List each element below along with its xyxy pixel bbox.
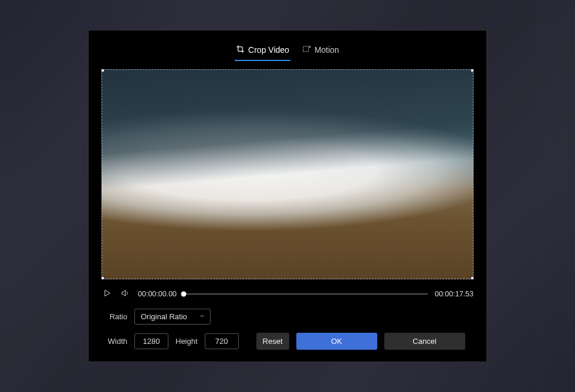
playback-controls: 00:00:00.00 00:00:17.53 bbox=[102, 288, 473, 300]
play-icon bbox=[103, 289, 111, 299]
height-label: Height bbox=[175, 337, 198, 346]
ok-button[interactable]: OK bbox=[296, 333, 377, 350]
crop-handle-top-right[interactable] bbox=[471, 69, 473, 72]
video-preview[interactable] bbox=[102, 69, 473, 279]
timeline-scrubber[interactable] bbox=[184, 293, 428, 295]
cancel-button[interactable]: Cancel bbox=[384, 333, 465, 350]
video-frame bbox=[102, 69, 473, 279]
tab-crop-video[interactable]: Crop Video bbox=[235, 41, 290, 61]
reset-button[interactable]: Reset bbox=[256, 333, 289, 350]
current-time: 00:00:00.00 bbox=[138, 290, 177, 298]
crop-handle-bottom-left[interactable] bbox=[102, 276, 104, 279]
volume-icon bbox=[121, 289, 130, 299]
crop-handle-bottom-right[interactable] bbox=[471, 276, 473, 279]
ratio-selected: Original Ratio bbox=[141, 312, 187, 321]
crop-handle-top-left[interactable] bbox=[102, 69, 104, 72]
svg-rect-0 bbox=[303, 46, 309, 52]
height-input[interactable] bbox=[205, 333, 239, 349]
width-input[interactable] bbox=[134, 333, 168, 349]
crop-icon bbox=[236, 45, 245, 55]
ratio-label: Ratio bbox=[102, 312, 127, 321]
ratio-select[interactable]: Original Ratio bbox=[134, 309, 211, 325]
width-label: Width bbox=[102, 337, 127, 346]
chevron-down-icon bbox=[199, 312, 205, 321]
dimensions-row: Width Height Reset OK Cancel bbox=[102, 333, 473, 350]
duration-time: 00:00:17.53 bbox=[435, 290, 473, 298]
volume-button[interactable] bbox=[120, 288, 131, 300]
tabs: Crop Video Motion bbox=[102, 41, 473, 61]
ratio-row: Ratio Original Ratio bbox=[102, 309, 473, 325]
timeline-thumb[interactable] bbox=[181, 292, 187, 297]
tab-label: Motion bbox=[314, 45, 339, 55]
motion-icon bbox=[302, 45, 311, 55]
crop-video-dialog: Crop Video Motion 00:00:00.00 bbox=[88, 30, 487, 362]
tab-motion[interactable]: Motion bbox=[301, 41, 340, 61]
svg-marker-1 bbox=[105, 290, 110, 296]
play-button[interactable] bbox=[102, 288, 113, 300]
tab-label: Crop Video bbox=[248, 45, 289, 55]
svg-marker-2 bbox=[122, 290, 126, 296]
